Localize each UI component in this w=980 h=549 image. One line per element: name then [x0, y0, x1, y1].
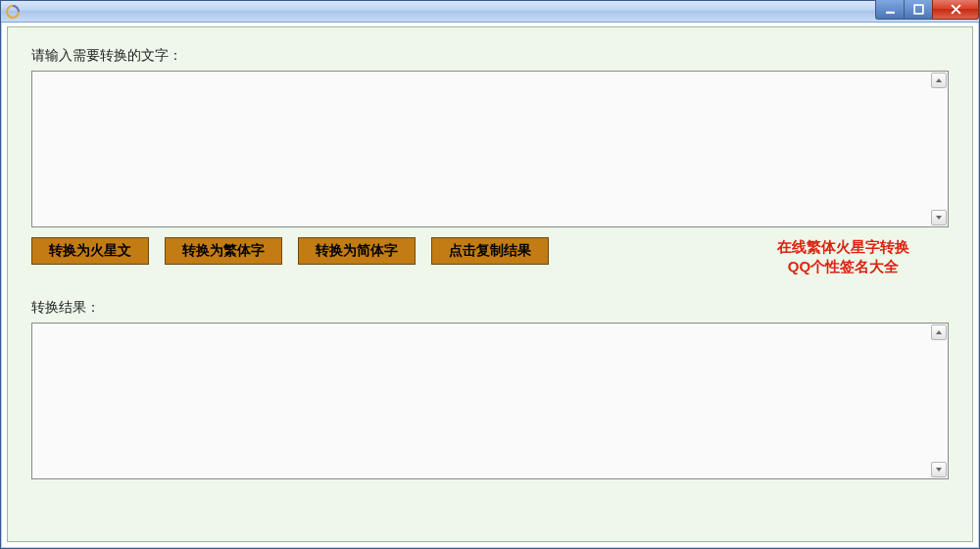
app-icon: [5, 4, 21, 20]
promo-line-2: QQ个性签名大全: [777, 257, 909, 276]
convert-to-traditional-button[interactable]: 转换为繁体字: [165, 237, 282, 265]
copy-result-button[interactable]: 点击复制结果: [431, 237, 549, 265]
input-textarea-wrap: [31, 71, 949, 227]
convert-to-simplified-button[interactable]: 转换为简体字: [298, 237, 416, 265]
scroll-up-icon[interactable]: [931, 73, 947, 88]
titlebar[interactable]: [1, 1, 979, 23]
svg-rect-2: [914, 5, 923, 14]
app-window: 请输入需要转换的文字： 转换为火星文 转换为繁体字 转换为简体字 点击复制结果 …: [0, 0, 980, 549]
promo-line-1: 在线繁体火星字转换: [777, 237, 909, 257]
result-textarea-wrap: [31, 323, 949, 479]
result-label: 转换结果：: [31, 299, 949, 317]
convert-to-mars-button[interactable]: 转换为火星文: [31, 237, 149, 265]
promo-text: 在线繁体火星字转换 QQ个性签名大全: [777, 237, 949, 277]
input-label: 请输入需要转换的文字：: [31, 47, 949, 65]
result-textarea[interactable]: [32, 324, 948, 475]
window-minimize-button[interactable]: [875, 0, 905, 20]
scroll-down-icon[interactable]: [931, 210, 947, 225]
toolbar: 转换为火星文 转换为繁体字 转换为简体字 点击复制结果 在线繁体火星字转换 QQ…: [31, 237, 949, 277]
svg-rect-1: [886, 12, 895, 14]
source-textarea[interactable]: [32, 72, 948, 224]
window-maximize-button[interactable]: [904, 0, 933, 20]
window-close-button[interactable]: [932, 0, 979, 20]
client-area: 请输入需要转换的文字： 转换为火星文 转换为繁体字 转换为简体字 点击复制结果 …: [7, 26, 973, 542]
scroll-down-icon[interactable]: [931, 462, 947, 477]
scroll-up-icon[interactable]: [931, 324, 947, 340]
